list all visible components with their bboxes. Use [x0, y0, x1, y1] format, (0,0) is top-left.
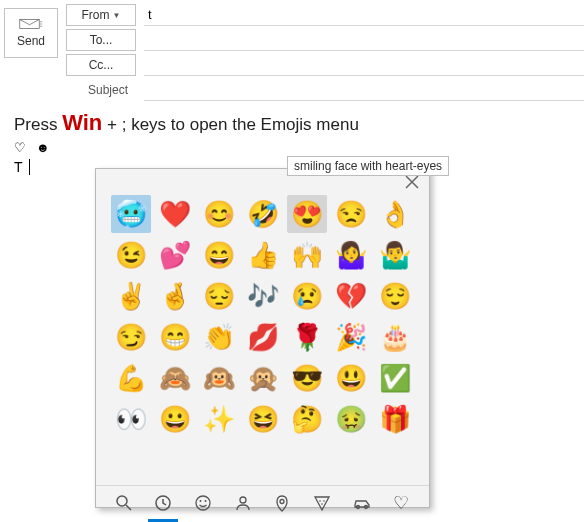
svg-point-1: [117, 496, 127, 506]
svg-point-11: [321, 503, 323, 505]
body-text: T: [14, 159, 23, 175]
subject-field[interactable]: [144, 79, 584, 101]
emoji-smiling[interactable]: 😊: [199, 195, 239, 233]
emoji-rofl[interactable]: 🤣: [243, 195, 283, 233]
emoji-notes[interactable]: 🎶: [243, 277, 283, 315]
category-transport-icon[interactable]: [347, 486, 377, 522]
emoji-broken-heart[interactable]: 💔: [331, 277, 371, 315]
category-people-icon[interactable]: [228, 486, 258, 522]
svg-point-4: [196, 496, 210, 510]
emoji-shrug-woman[interactable]: 🤷‍♀️: [331, 236, 371, 274]
emoji-laugh[interactable]: 😆: [243, 400, 283, 438]
category-smileys-icon[interactable]: [188, 486, 218, 522]
emoji-unamused[interactable]: 😒: [331, 195, 371, 233]
emoji-two-hearts[interactable]: 💕: [155, 236, 195, 274]
emoji-sparkles[interactable]: ✨: [199, 400, 239, 438]
emoji-sunglasses[interactable]: 😎: [287, 359, 327, 397]
send-button[interactable]: Send: [4, 8, 58, 58]
emoji-grin[interactable]: 😄: [199, 236, 239, 274]
from-button[interactable]: From ▼: [66, 4, 136, 26]
face-icon: ☻: [36, 140, 50, 155]
emoji-relieved[interactable]: 😌: [375, 277, 415, 315]
emoji-nauseated[interactable]: 🤢: [331, 400, 371, 438]
emoji-ok-hand[interactable]: 👌: [375, 195, 415, 233]
emoji-cake[interactable]: 🎂: [375, 318, 415, 356]
emoji-smile-open[interactable]: 😃: [331, 359, 371, 397]
svg-point-8: [280, 499, 284, 503]
emoji-check[interactable]: ✅: [375, 359, 415, 397]
from-field[interactable]: [144, 4, 584, 26]
cc-field[interactable]: [144, 54, 584, 76]
emoji-kiss[interactable]: 💋: [243, 318, 283, 356]
heart-outline-icon: ♡: [14, 140, 26, 155]
emoji-gift[interactable]: 🎁: [375, 400, 415, 438]
emoji-beaming[interactable]: 😁: [155, 318, 195, 356]
emoji-see-no-evil[interactable]: 🙈: [155, 359, 195, 397]
svg-line-2: [126, 505, 131, 510]
emoji-clap[interactable]: 👏: [199, 318, 239, 356]
emoji-flex[interactable]: 💪: [111, 359, 151, 397]
emoji-smirk[interactable]: 😏: [111, 318, 151, 356]
emoji-category-bar: ♡: [96, 485, 429, 522]
emoji-grid: 🥶 ❤️ 😊 🤣 😍 😒 👌 😉 💕 😄 👍 🙌 🤷‍♀️ 🤷‍♂️ ✌️ 🤞 …: [96, 189, 429, 485]
emoji-pensive[interactable]: 😔: [199, 277, 239, 315]
cc-button[interactable]: Cc...: [66, 54, 136, 76]
text-cursor: [29, 159, 30, 175]
emoji-eyes[interactable]: 👀: [111, 400, 151, 438]
emoji-crying[interactable]: 😢: [287, 277, 327, 315]
emoji-shrug-man[interactable]: 🤷‍♂️: [375, 236, 415, 274]
to-button[interactable]: To...: [66, 29, 136, 51]
emoji-victory[interactable]: ✌️: [111, 277, 151, 315]
svg-point-5: [200, 500, 202, 502]
category-symbols-icon[interactable]: ♡: [386, 486, 416, 522]
emoji-heart-eyes[interactable]: 😍: [287, 195, 327, 233]
emoji-speak-no-evil[interactable]: 🙊: [243, 359, 283, 397]
emoji-raised-hands[interactable]: 🙌: [287, 236, 327, 274]
svg-point-10: [323, 500, 325, 502]
category-food-icon[interactable]: [307, 486, 337, 522]
instruction-text: Press Win + ; keys to open the Emojis me…: [14, 110, 588, 136]
svg-point-6: [205, 500, 207, 502]
emoji-tada[interactable]: 🎉: [331, 318, 371, 356]
chevron-down-icon: ▼: [113, 11, 121, 20]
from-label: From: [82, 8, 110, 22]
subject-label: Subject: [66, 79, 136, 101]
emoji-thumbs-up[interactable]: 👍: [243, 236, 283, 274]
emoji-rose[interactable]: 🌹: [287, 318, 327, 356]
envelope-icon: [19, 18, 43, 30]
category-places-icon[interactable]: [267, 486, 297, 522]
send-label: Send: [17, 34, 45, 48]
category-search-icon[interactable]: [109, 486, 139, 522]
emoji-cold-face[interactable]: 🥶: [111, 195, 151, 233]
svg-point-9: [319, 500, 321, 502]
emoji-tooltip: smiling face with heart-eyes: [287, 156, 449, 176]
to-field[interactable]: [144, 29, 584, 51]
emoji-picker-panel: 🥶 ❤️ 😊 🤣 😍 😒 👌 😉 💕 😄 👍 🙌 🤷‍♀️ 🤷‍♂️ ✌️ 🤞 …: [95, 168, 430, 508]
emoji-thinking[interactable]: 🤔: [287, 400, 327, 438]
emoji-crossed-fingers[interactable]: 🤞: [155, 277, 195, 315]
close-icon[interactable]: [405, 175, 419, 189]
emoji-red-heart[interactable]: ❤️: [155, 195, 195, 233]
emoji-hear-no-evil[interactable]: 🙉: [199, 359, 239, 397]
category-recent-icon[interactable]: [148, 486, 178, 522]
emoji-wink[interactable]: 😉: [111, 236, 151, 274]
svg-point-7: [240, 497, 246, 503]
emoji-grinning[interactable]: 😀: [155, 400, 195, 438]
